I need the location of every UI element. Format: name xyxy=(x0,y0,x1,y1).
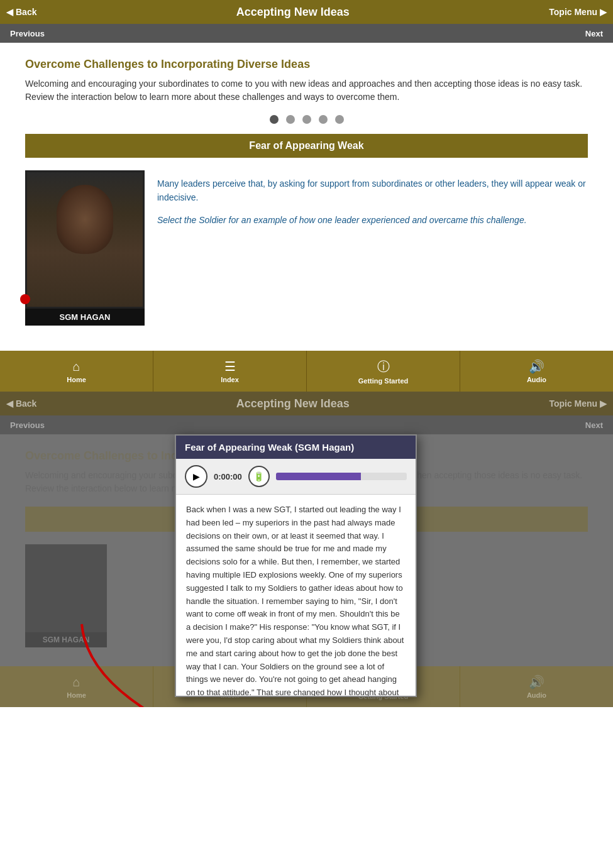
section-title: Overcome Challenges to Incorporating Div… xyxy=(25,58,588,71)
play-button[interactable]: ▶ xyxy=(185,465,207,488)
getting-started-label: Getting Started xyxy=(358,377,408,385)
time-display: 0:00:00 xyxy=(214,472,242,481)
info-icon: ⓘ xyxy=(377,358,390,375)
forward-chevron-icon: ▶ xyxy=(600,7,607,17)
dot-2[interactable] xyxy=(286,115,295,124)
dimmed-next-button: Next xyxy=(585,420,603,430)
toolbar-getting-started[interactable]: ⓘ Getting Started xyxy=(307,351,460,392)
dimmed-topic-menu: Topic Menu ▶ xyxy=(549,398,607,409)
card-text-area: Many leaders perceive that, by asking fo… xyxy=(157,170,588,227)
dimmed-audio-label: Audio xyxy=(527,691,546,699)
section-description: Welcoming and encouraging your subordina… xyxy=(25,77,588,104)
dot-3[interactable] xyxy=(302,115,311,124)
home-label: Home xyxy=(67,376,86,383)
home-icon: ⌂ xyxy=(72,360,80,374)
sub-navbar: Previous Next xyxy=(0,24,613,43)
dimmed-toolbar-home: ⌂ Home xyxy=(0,666,153,707)
popup-body-text: Back when I was a new SGT, I started out… xyxy=(176,495,416,696)
dimmed-home-icon: ⌂ xyxy=(72,675,80,689)
soldier-face xyxy=(27,172,143,307)
page-title: Accepting New Ideas xyxy=(36,6,549,19)
index-label: Index xyxy=(221,376,239,383)
dimmed-back-chevron: ◀ xyxy=(6,398,13,409)
dot-1[interactable] xyxy=(270,115,279,124)
dimmed-toolbar-audio: 🔊 Audio xyxy=(460,666,613,707)
soldier-image[interactable] xyxy=(25,170,145,309)
card-main-text: Many leaders perceive that, by asking fo… xyxy=(157,177,588,205)
dimmed-home-label: Home xyxy=(67,691,86,699)
progress-fill xyxy=(276,473,361,480)
dimmed-audio-icon: 🔊 xyxy=(529,674,544,689)
audio-label: Audio xyxy=(527,376,546,383)
progress-bar[interactable] xyxy=(276,473,407,480)
topic-menu-button[interactable]: Topic Menu ▶ xyxy=(549,7,607,17)
dimmed-soldier-name: SGM HAGAN xyxy=(25,632,107,647)
popup-title: Fear of Appearing Weak (SGM Hagan) xyxy=(176,436,416,459)
card-title-bar: Fear of Appearing Weak xyxy=(25,134,588,158)
dimmed-previous-button: Previous xyxy=(10,420,45,430)
bottom-toolbar: ⌂ Home ☰ Index ⓘ Getting Started 🔊 Audio xyxy=(0,351,613,392)
dot-4[interactable] xyxy=(319,115,328,124)
dimmed-soldier-image xyxy=(25,544,107,632)
dot-5[interactable] xyxy=(335,115,344,124)
dimmed-page-title: Accepting New Ideas xyxy=(36,397,549,410)
top-navbar: ◀ Back Accepting New Ideas Topic Menu ▶ xyxy=(0,0,613,24)
popup-modal: Fear of Appearing Weak (SGM Hagan) ▶ 0:0… xyxy=(175,434,417,697)
back-chevron-icon: ◀ xyxy=(6,7,13,17)
next-button[interactable]: Next xyxy=(585,29,603,38)
dimmed-back-button: ◀ Back xyxy=(6,398,36,409)
index-icon: ☰ xyxy=(224,359,236,374)
toolbar-home[interactable]: ⌂ Home xyxy=(0,351,153,392)
slide-dots xyxy=(25,115,588,124)
dimmed-top-navbar: ◀ Back Accepting New Ideas Topic Menu ▶ xyxy=(0,392,613,415)
soldier-name-tag: SGM HAGAN xyxy=(25,309,145,326)
top-section: ◀ Back Accepting New Ideas Topic Menu ▶ … xyxy=(0,0,613,392)
audio-icon: 🔊 xyxy=(529,359,544,374)
soldier-container[interactable]: SGM HAGAN xyxy=(25,170,145,326)
main-content-area: Overcome Challenges to Incorporating Div… xyxy=(0,43,613,351)
dimmed-sub-navbar: Previous Next xyxy=(0,415,613,434)
dimmed-soldier-area: SGM HAGAN xyxy=(25,544,107,647)
volume-button[interactable]: 🔋 xyxy=(248,466,270,487)
popup-player: ▶ 0:00:00 🔋 xyxy=(176,459,416,495)
toolbar-audio[interactable]: 🔊 Audio xyxy=(460,351,613,392)
toolbar-index[interactable]: ☰ Index xyxy=(153,351,307,392)
card-italic-text: Select the Soldier for an example of how… xyxy=(157,214,588,227)
dimmed-overlay-section: ◀ Back Accepting New Ideas Topic Menu ▶ … xyxy=(0,392,613,707)
back-button[interactable]: ◀ Back xyxy=(6,7,36,17)
previous-button[interactable]: Previous xyxy=(10,29,45,38)
red-dot-indicator xyxy=(20,294,30,304)
card-body: SGM HAGAN Many leaders perceive that, by… xyxy=(25,158,588,338)
